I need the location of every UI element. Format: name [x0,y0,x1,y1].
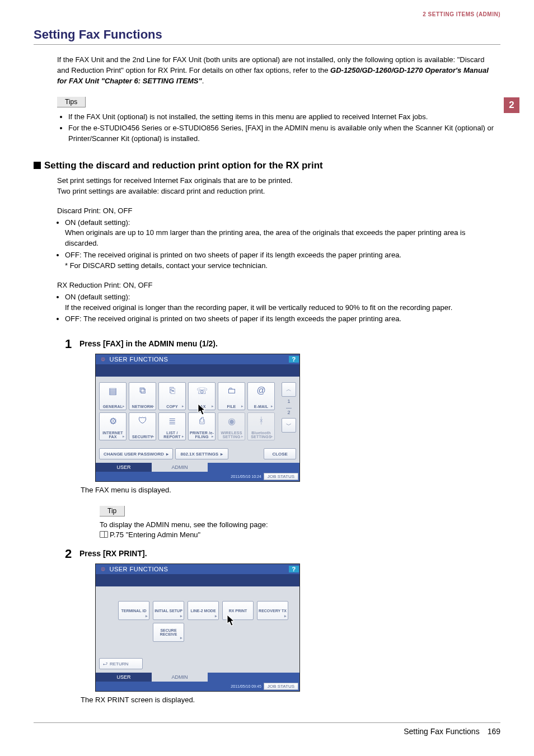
job-status-button[interactable]: JOB STATUS [264,683,298,690]
tile-printer-efiling[interactable]: ⎙PRINTER /e-FILING▸ [188,412,216,440]
timestamp: 2011/05/10 09:45 [231,684,261,688]
header-breadcrumb: 2 SETTING ITEMS (ADMIN) [34,11,500,17]
tab-user[interactable]: USER [96,463,152,472]
tab-user[interactable]: USER [96,673,152,682]
tile-internet-fax[interactable]: ⚙INTERNET FAX▸ [99,412,127,440]
tip-label: Tip [100,506,125,516]
discard-heading: Discard Print: ON, OFF [57,206,500,217]
panel-titlebar: ⛭USER FUNCTIONS ? [96,354,299,364]
intro-paragraph: If the FAX Unit and the 2nd Line for FAX… [57,55,495,87]
step-1-row: 1 Press [FAX] in the ADMIN menu (1/2). [65,337,500,351]
square-bullet-icon [34,162,41,169]
page-footer: Setting Fax Functions 169 [34,727,500,736]
page-title: Setting Fax Functions [34,27,500,42]
screenshot-panel-1: ⛭USER FUNCTIONS ? ▤GENERAL▸ ⧉NETWORK▸ ⎘C… [95,354,300,482]
tile-file[interactable]: 🗀FILE▸ [218,382,245,410]
admin-icon: ⛭ [100,356,107,363]
help-icon[interactable]: ? [289,356,299,363]
help-icon[interactable]: ? [289,566,299,572]
tile-rx-print[interactable]: RX PRINT [222,601,254,620]
screenshot-panel-2: ⛭USER FUNCTIONS ? TERMINAL ID▸ INITIAL S… [95,564,300,692]
section-heading: Setting the discard and reduction print … [34,160,500,171]
tile-terminal-id[interactable]: TERMINAL ID▸ [118,601,149,620]
step-1-caption: The FAX menu is displayed. [81,485,500,496]
close-button[interactable]: CLOSE [264,448,296,459]
panel2-titlebar: ⛭USER FUNCTIONS ? [96,564,299,574]
tips-label: Tips [57,97,86,107]
tile-initial-setup[interactable]: INITIAL SETUP▸ [153,601,184,620]
tile-secure-receive[interactable]: SECURE RECEIVE▸ [153,623,184,642]
title-rule [34,44,500,45]
job-status-button[interactable]: JOB STATUS [264,473,298,480]
tile-line2-mode[interactable]: LINE-2 MODE▸ [188,601,219,620]
tile-list-report[interactable]: ≣LIST / REPORT▸ [158,412,186,440]
discard-list: ON (default setting):When originals are … [65,218,500,271]
scroll-down-button[interactable]: ﹀ [282,418,296,433]
footer-rule [34,722,500,723]
tile-copy[interactable]: ⎘COPY▸ [158,382,186,410]
admin-icon: ⛭ [100,566,107,572]
rx-heading: RX Reduction Print: ON, OFF [57,280,500,291]
tip-body: To display the ADMIN menu, see the follo… [100,520,500,540]
tile-wireless[interactable]: ◉WIRELESS SETTING▸ [218,412,245,440]
scroll-up-button[interactable]: ︿ [282,382,296,397]
timestamp: 2011/05/10 10:24 [231,475,261,478]
book-icon [100,531,108,538]
return-button[interactable]: ⮐RETURN [99,658,143,669]
rx-list: ON (default setting):If the received ori… [65,292,500,325]
tile-bluetooth[interactable]: ᚼBluetooth SETTINGS▸ [247,412,275,440]
step-2-text: Press [RX PRINT]. [79,549,147,558]
tile-fax[interactable]: ☏FAX▸ [188,382,216,410]
step-2-number: 2 [65,547,79,561]
tile-network[interactable]: ⧉NETWORK▸ [129,382,156,410]
tile-email[interactable]: @E-MAIL▸ [247,382,275,410]
tips-list: If the FAX Unit (optional) is not instal… [68,112,500,145]
step-1-text: Press [FAX] in the ADMIN menu (1/2). [79,339,218,348]
8021x-settings-button[interactable]: 802.1X SETTINGS▸ [175,448,228,459]
step-1-number: 1 [65,337,79,351]
tab-admin[interactable]: ADMIN [152,673,208,682]
step-2-row: 2 Press [RX PRINT]. [65,547,500,561]
chapter-thumb-tab: 2 [504,97,519,113]
tab-admin[interactable]: ADMIN [152,463,208,472]
change-user-password-button[interactable]: CHANGE USER PASSWORD▸ [99,448,173,459]
step-2-caption: The RX PRINT screen is displayed. [81,695,500,706]
tile-security[interactable]: 🛡SECURITY▸ [129,412,156,440]
return-arrow-icon: ⮐ [103,661,107,666]
section-intro: Set print settings for received Internet… [57,176,500,197]
tile-recovery-tx[interactable]: RECOVERY TX▸ [257,601,288,620]
tile-general[interactable]: ▤GENERAL▸ [99,382,127,410]
